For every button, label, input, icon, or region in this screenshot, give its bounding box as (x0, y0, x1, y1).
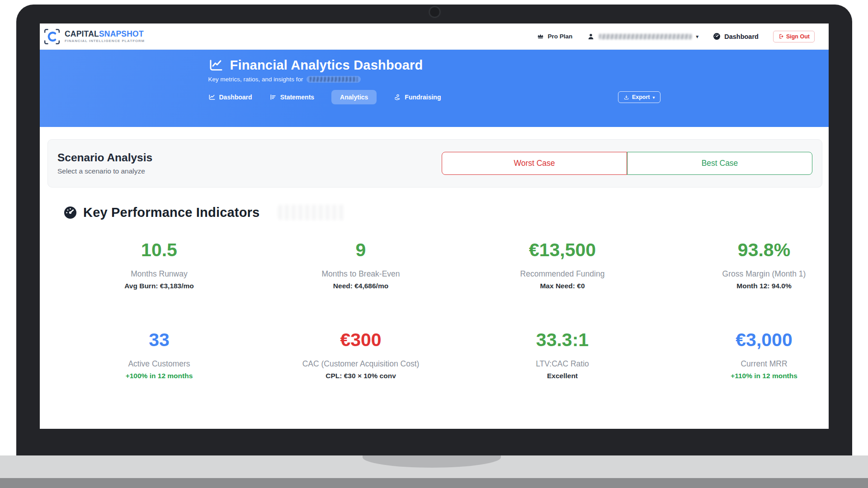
chevron-down-icon: ▾ (696, 33, 698, 40)
kpi-value: 33 (58, 330, 260, 350)
scenario-subtitle: Select a scenario to analyze (57, 167, 152, 176)
kpi-label: LTV:CAC Ratio (462, 359, 663, 369)
logo-tagline: FINANCIAL INTELLIGENCE PLATFORM (65, 39, 145, 43)
kpi-card-gross-margin: 93.8% Gross Margin (Month 1) Month 12: 9… (663, 240, 829, 290)
hero-banner: Financial Analytics Dashboard Key metric… (40, 50, 829, 127)
kpi-label: Gross Margin (Month 1) (663, 269, 829, 279)
worst-case-button[interactable]: Worst Case (442, 152, 627, 175)
scenario-title: Scenario Analysis (57, 151, 152, 164)
kpi-value: 10.5 (58, 240, 260, 260)
tab-label: Fundraising (405, 94, 441, 101)
blurred-watermark (278, 205, 346, 220)
kpi-card-break-even: 9 Months to Break-Even Need: €4,686/mo (260, 240, 462, 290)
tab-label: Dashboard (219, 94, 252, 101)
user-email-redacted (599, 34, 692, 39)
tab-label: Statements (280, 94, 314, 101)
kpi-subtext: Max Need: €0 (462, 282, 663, 290)
kpi-subtext: +100% in 12 months (58, 372, 260, 380)
kpi-value: €3,000 (663, 330, 829, 350)
kpi-card-current-mrr: €3,000 Current MRR +110% in 12 months (663, 330, 829, 380)
best-case-button[interactable]: Best Case (627, 152, 812, 175)
laptop-base-notch (363, 455, 501, 468)
page-subtitle: Key metrics, ratios, and insights for (208, 76, 660, 83)
sign-out-icon (778, 33, 784, 39)
kpi-card-active-customers: 33 Active Customers +100% in 12 months (58, 330, 260, 380)
logo-title: CAPITALSNAPSHOT (65, 30, 145, 38)
company-name-redacted (307, 76, 361, 83)
kpi-value: €13,500 (462, 240, 663, 260)
kpi-card-ltv-cac: 33.3:1 LTV:CAC Ratio Excellent (462, 330, 663, 380)
crown-icon (537, 33, 544, 40)
dashboard-link[interactable]: Dashboard (713, 33, 759, 40)
logo-mark-icon (43, 28, 61, 45)
line-chart-icon (208, 94, 216, 101)
kpi-grid: 10.5 Months Runway Avg Burn: €3,183/mo 9… (58, 240, 829, 380)
plan-badge: Pro Plan (537, 33, 572, 40)
kpi-subtext: Need: €4,686/mo (260, 282, 462, 290)
kpi-section-header: Key Performance Indicators (63, 205, 829, 220)
tab-dashboard[interactable]: Dashboard (208, 90, 252, 104)
kpi-card-recommended-funding: €13,500 Recommended Funding Max Need: €0 (462, 240, 663, 290)
kpi-label: Months Runway (58, 269, 260, 279)
account-menu[interactable]: ▾ (587, 33, 698, 41)
export-button[interactable]: Export ▾ (618, 91, 660, 103)
kpi-subtext: CPL: €30 × 10% conv (260, 372, 462, 380)
kpi-value: 93.8% (663, 240, 829, 260)
kpi-value: 9 (260, 240, 462, 260)
laptop-mockup: CAPITALSNAPSHOT FINANCIAL INTELLIGENCE P… (0, 0, 868, 488)
sign-out-button[interactable]: Sign Out (773, 31, 815, 42)
kpi-label: CAC (Customer Acquisition Cost) (260, 359, 462, 369)
laptop-lid: CAPITALSNAPSHOT FINANCIAL INTELLIGENCE P… (16, 5, 852, 456)
download-icon (623, 94, 629, 100)
kpi-label: Recommended Funding (462, 269, 663, 279)
kpi-card-cac: €300 CAC (Customer Acquisition Cost) CPL… (260, 330, 462, 380)
logo: CAPITALSNAPSHOT FINANCIAL INTELLIGENCE P… (43, 28, 145, 45)
kpi-subtext: Excellent (462, 372, 663, 380)
tab-statements[interactable]: Statements (269, 90, 314, 104)
plan-label: Pro Plan (547, 33, 572, 40)
kpi-value: 33.3:1 (462, 330, 663, 350)
sign-out-label: Sign Out (786, 33, 810, 40)
statements-icon (269, 94, 277, 101)
hero-nav: Dashboard Statements Analytics (208, 90, 660, 104)
gauge-icon (63, 206, 77, 220)
kpi-subtext: Avg Burn: €3,183/mo (58, 282, 260, 290)
page-title: Financial Analytics Dashboard (230, 58, 423, 73)
export-label: Export (632, 94, 650, 100)
page-subtitle-text: Key metrics, ratios, and insights for (208, 76, 303, 83)
scenario-toggle-group: Worst Case Base Case Best Case (442, 152, 812, 175)
kpi-label: Months to Break-Even (260, 269, 462, 279)
user-icon (587, 33, 595, 41)
kpi-card-months-runway: 10.5 Months Runway Avg Burn: €3,183/mo (58, 240, 260, 290)
kpi-label: Active Customers (58, 359, 260, 369)
logo-title-snapshot: SNAPSHOT (99, 29, 144, 38)
kpi-label: Current MRR (663, 359, 829, 369)
chevron-down-icon: ▾ (652, 95, 655, 100)
tab-fundraising[interactable]: Fundraising (394, 90, 441, 104)
kpi-subtext: +110% in 12 months (663, 372, 829, 380)
main-content: Scenario Analysis Select a scenario to a… (40, 139, 829, 380)
kpi-subtext: Month 12: 94.0% (663, 282, 829, 290)
kpi-value: €300 (260, 330, 462, 350)
laptop-base (0, 455, 868, 478)
fundraising-icon (394, 94, 401, 101)
laptop-base-front (0, 478, 868, 488)
logo-title-capital: CAPITAL (65, 29, 99, 38)
tab-label: Analytics (340, 94, 368, 101)
dashboard-link-label: Dashboard (724, 33, 759, 40)
scenario-analysis-card: Scenario Analysis Select a scenario to a… (47, 139, 822, 188)
line-chart-icon (208, 57, 224, 73)
app-screen: CAPITALSNAPSHOT FINANCIAL INTELLIGENCE P… (40, 23, 829, 429)
gauge-icon (713, 33, 721, 40)
topbar: CAPITALSNAPSHOT FINANCIAL INTELLIGENCE P… (40, 23, 829, 50)
tab-analytics[interactable]: Analytics (331, 90, 377, 104)
laptop-camera (429, 6, 441, 18)
kpi-section-title: Key Performance Indicators (83, 205, 259, 220)
